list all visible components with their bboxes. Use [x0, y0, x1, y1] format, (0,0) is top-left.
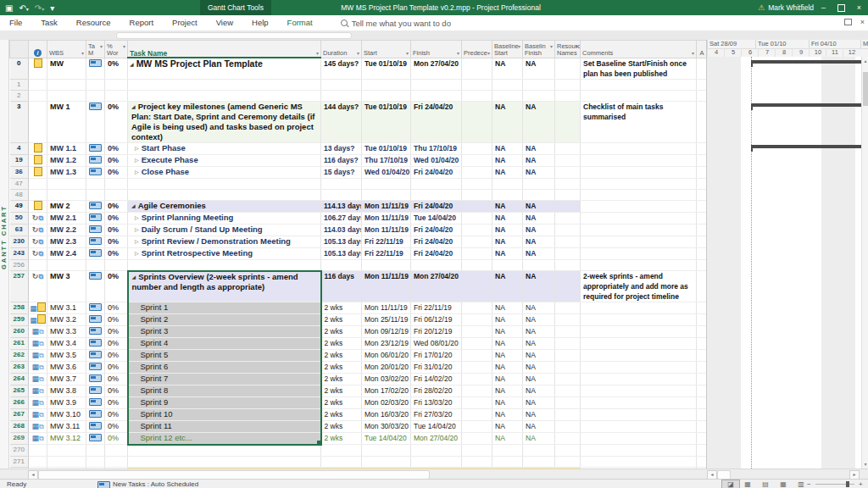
cell-m[interactable]: [86, 90, 105, 101]
tell-me-box[interactable]: Tell me what you want to do: [341, 19, 451, 28]
cell-bs[interactable]: [492, 79, 523, 90]
cell-p[interactable]: [105, 189, 128, 200]
cell-bs[interactable]: NA: [492, 142, 523, 154]
cell-nm[interactable]: ▷Close Phase: [128, 166, 321, 178]
cell-bf[interactable]: NA: [523, 154, 555, 166]
cell-w[interactable]: MW 1.1: [47, 142, 86, 154]
timescale-tick-label[interactable]: 5: [724, 48, 742, 57]
cell-w[interactable]: MW 1: [47, 101, 86, 142]
cell-nm[interactable]: ▷Execute Phase: [128, 154, 321, 166]
cell-w[interactable]: MW 3.7: [47, 374, 86, 385]
cell-m[interactable]: [86, 224, 105, 236]
table-row[interactable]: 268▦⧉MW 3.110%Sprint 112 wksMon 30/03/20…: [10, 421, 708, 433]
cell-w[interactable]: MW 3.6: [47, 362, 86, 374]
col-header-s[interactable]: ▾Start: [362, 41, 411, 58]
cell-p[interactable]: [105, 259, 128, 271]
cell-d[interactable]: 116 days: [321, 271, 362, 302]
cell-f[interactable]: Fri 31/01/20: [411, 362, 462, 374]
cell-w[interactable]: MW 3.12: [47, 433, 86, 445]
cell-rs[interactable]: [555, 166, 581, 178]
column-dropdown-icon[interactable]: ▾: [406, 50, 409, 58]
cell-pr[interactable]: [462, 90, 492, 101]
new-tasks-mode[interactable]: New Tasks : Auto Scheduled: [113, 480, 198, 488]
cell-d[interactable]: [321, 189, 362, 200]
save-icon[interactable]: ▣: [5, 3, 13, 13]
row-number[interactable]: 270: [10, 445, 29, 457]
cell-pr[interactable]: [462, 247, 492, 259]
ribbon-tab-project[interactable]: Project: [163, 15, 207, 30]
cell-p[interactable]: 0%: [105, 166, 128, 178]
cell-cm[interactable]: [581, 362, 697, 374]
cell-i[interactable]: ▦⧉: [29, 374, 47, 385]
cell-pr[interactable]: [462, 189, 492, 200]
timescale-tick-label[interactable]: 8: [775, 48, 793, 57]
col-header-d[interactable]: ▾Duration: [321, 41, 362, 58]
cell-d[interactable]: 2 wks: [321, 350, 362, 362]
cell-p[interactable]: 0%: [105, 362, 128, 374]
cell-f[interactable]: Fri 24/04/20: [411, 236, 462, 247]
cell-p[interactable]: 0%: [105, 385, 128, 397]
table-row[interactable]: 48: [10, 189, 708, 200]
cell-d[interactable]: 145 days?: [321, 58, 362, 79]
cell-i[interactable]: [29, 142, 47, 154]
cell-p[interactable]: 0%: [105, 374, 128, 385]
cell-bf[interactable]: [523, 259, 555, 271]
cell-i[interactable]: [29, 178, 47, 189]
cell-bs[interactable]: NA: [492, 212, 523, 224]
cell-d[interactable]: 116 days?: [321, 154, 362, 166]
col-header-rs[interactable]: ▾ResourcNames: [555, 41, 581, 58]
cell-rs[interactable]: [555, 271, 581, 302]
cell-s[interactable]: Mon 11/11/19: [362, 200, 411, 212]
expand-toggle-icon[interactable]: ◢: [131, 104, 136, 109]
cell-p[interactable]: 0%: [105, 397, 128, 409]
cell-w[interactable]: MW 3.9: [47, 397, 86, 409]
cell-s[interactable]: [362, 456, 411, 467]
ribbon-tab-report[interactable]: Report: [120, 15, 164, 30]
cell-rs[interactable]: [555, 58, 581, 79]
cell-pr[interactable]: [462, 166, 492, 178]
cell-rs[interactable]: [555, 247, 581, 259]
cell-f[interactable]: Mon 27/04/20: [411, 271, 462, 302]
gantt-view-icon[interactable]: ◪: [721, 480, 740, 488]
cell-nm[interactable]: Sprint 9: [128, 397, 321, 409]
cell-f[interactable]: [411, 445, 462, 457]
cell-m[interactable]: [86, 433, 105, 445]
cell-pr[interactable]: [462, 58, 492, 79]
col-header-bs[interactable]: ▾BaselineStart: [492, 41, 523, 58]
row-number[interactable]: 48: [10, 189, 29, 200]
cell-rs[interactable]: [555, 362, 581, 374]
cell-cm[interactable]: [581, 374, 697, 385]
timescale-day-label[interactable]: Mon: [860, 40, 868, 49]
cell-m[interactable]: [86, 350, 105, 362]
cell-pr[interactable]: [462, 154, 492, 166]
cell-cm[interactable]: [581, 142, 697, 154]
cell-d[interactable]: 2 wks: [321, 338, 362, 350]
cell-pr[interactable]: [462, 338, 492, 350]
cell-cm[interactable]: [581, 421, 697, 433]
cell-w[interactable]: MW: [47, 58, 86, 79]
row-number[interactable]: 263: [10, 362, 29, 374]
cell-s[interactable]: Tue 01/10/19: [362, 58, 411, 79]
row-number[interactable]: 260: [10, 326, 29, 338]
cell-bs[interactable]: NA: [492, 409, 523, 421]
cell-f[interactable]: Tue 14/04/20: [411, 421, 462, 433]
cell-p[interactable]: 0%: [105, 421, 128, 433]
cell-p[interactable]: 0%: [105, 154, 128, 166]
cell-bs[interactable]: NA: [492, 224, 523, 236]
table-row[interactable]: 19MW 1.20%▷Execute Phase116 days?Thu 17/…: [10, 154, 708, 166]
cell-pr[interactable]: [462, 236, 492, 247]
cell-d[interactable]: 2 wks: [321, 326, 362, 338]
cell-i[interactable]: ▦⧉: [29, 326, 47, 338]
cell-d[interactable]: 15 days?: [321, 166, 362, 178]
cell-d[interactable]: 2 wks: [321, 374, 362, 385]
cell-cm[interactable]: [581, 189, 697, 200]
cell-pr[interactable]: [462, 456, 492, 467]
account-area[interactable]: ⚠ Mark Whitfield: [758, 0, 814, 15]
cell-rs[interactable]: [555, 79, 581, 90]
cell-cm[interactable]: [581, 409, 697, 421]
table-row[interactable]: 230↻⧉MW 2.30%▷Sprint Review / Demonstrat…: [10, 236, 708, 247]
cell-p[interactable]: 0%: [105, 142, 128, 154]
cell-pr[interactable]: [462, 178, 492, 189]
minimize-button[interactable]: –: [815, 0, 832, 15]
cell-cm[interactable]: [581, 247, 697, 259]
